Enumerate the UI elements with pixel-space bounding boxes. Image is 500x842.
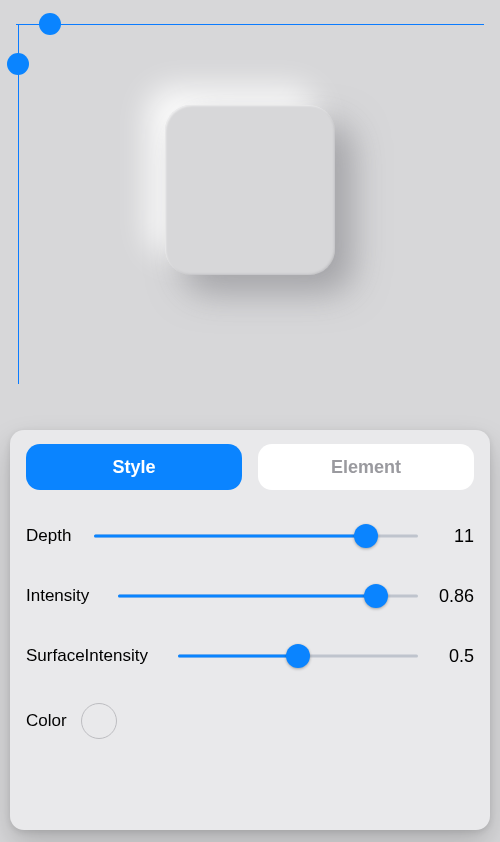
depth-slider[interactable] [94, 522, 418, 550]
depth-slider-fill [94, 535, 366, 538]
depth-slider-thumb[interactable] [354, 524, 378, 548]
tab-element-label: Element [331, 457, 401, 478]
surface-intensity-slider-thumb[interactable] [286, 644, 310, 668]
color-swatch[interactable] [81, 703, 117, 739]
tab-bar: Style Element [26, 444, 474, 490]
intensity-value: 0.86 [430, 586, 474, 607]
tab-style[interactable]: Style [26, 444, 242, 490]
horizontal-light-axis[interactable] [16, 24, 484, 25]
vertical-light-axis[interactable] [18, 24, 19, 384]
intensity-row: Intensity 0.86 [26, 576, 474, 616]
intensity-slider[interactable] [118, 582, 418, 610]
neumorphic-preview-card [165, 105, 335, 275]
surface-intensity-value: 0.5 [430, 646, 474, 667]
color-label: Color [26, 711, 67, 731]
surface-intensity-label: SurfaceIntensity [26, 646, 166, 666]
depth-label: Depth [26, 526, 82, 546]
surface-intensity-slider[interactable] [178, 642, 418, 670]
controls-panel: Style Element Depth 11 Intensity 0.86 Su… [10, 430, 490, 830]
preview-area [0, 0, 500, 425]
surface-intensity-slider-fill [178, 655, 298, 658]
intensity-label: Intensity [26, 586, 106, 606]
color-row: Color [26, 696, 474, 746]
tab-element[interactable]: Element [258, 444, 474, 490]
intensity-slider-thumb[interactable] [364, 584, 388, 608]
horizontal-light-thumb[interactable] [39, 13, 61, 35]
surface-intensity-row: SurfaceIntensity 0.5 [26, 636, 474, 676]
depth-row: Depth 11 [26, 516, 474, 556]
vertical-light-thumb[interactable] [7, 53, 29, 75]
tab-style-label: Style [112, 457, 155, 478]
depth-value: 11 [430, 526, 474, 547]
intensity-slider-fill [118, 595, 376, 598]
